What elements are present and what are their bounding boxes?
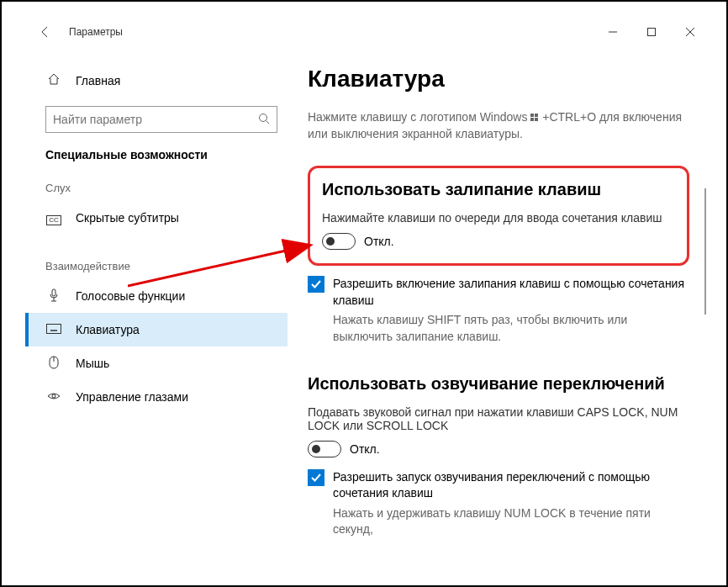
svg-rect-7 [47,325,61,334]
group-hearing: Слух [45,182,288,194]
sticky-keys-toggle-row: Откл. [322,233,675,250]
home-label: Главная [76,74,120,87]
toggle-keys-subtitle: Подавать звуковой сигнал при нажатии кла… [308,405,689,432]
osk-description: Нажмите клавишу с логотипом Windows +CTR… [308,109,689,142]
main-panel: Клавиатура Нажмите клавишу с логотипом W… [288,45,710,585]
sticky-shortcut-row: Разрешить включение залипания клавиш с п… [308,276,689,309]
window-title: Параметры [69,26,123,38]
sticky-keys-toggle-state: Откл. [364,235,394,248]
sidebar-item-eye-control[interactable]: Управление глазами [25,380,288,414]
toggle-keys-toggle-state: Откл. [350,442,380,456]
content-area: Главная Специальные возможности Слух CC … [25,45,710,585]
toggle-keys-section: Использовать озвучивание переключений По… [308,374,689,538]
svg-point-16 [52,394,55,398]
sticky-shortcut-label: Разрешить включение залипания клавиш с п… [333,276,689,309]
sidebar-item-keyboard[interactable]: Клавиатура [25,313,288,346]
cc-icon: CC [45,211,62,225]
eye-icon [45,390,62,404]
toggle-keys-shortcut-label: Разрешить запуск озвучивания переключени… [333,469,689,502]
mouse-icon [45,356,62,372]
back-button[interactable] [35,22,55,42]
page-title: Клавиатура [308,66,689,93]
toggle-keys-shortcut-checkbox[interactable] [308,469,324,486]
toggle-keys-shortcut-hint: Нажать и удерживать клавишу NUM LOCK в т… [333,505,689,538]
sidebar-item-label: Скрытые субтитры [76,211,179,225]
search-input[interactable] [53,113,258,126]
home-icon [45,72,62,89]
search-icon [258,113,270,127]
home-nav[interactable]: Главная [45,66,288,96]
sticky-keys-highlight: Использовать залипание клавиш Нажимайте … [308,166,689,266]
sidebar-item-label: Голосовые функции [76,289,185,303]
microphone-icon [45,288,62,304]
sidebar-item-label: Мышь [76,357,109,370]
window-controls [593,19,710,45]
toggle-keys-toggle-row: Откл. [308,441,689,457]
keyboard-icon [45,323,62,336]
svg-line-5 [266,120,270,124]
close-button[interactable] [671,19,710,45]
windows-logo-icon [530,114,539,122]
sidebar-item-speech[interactable]: Голосовые функции [25,279,288,313]
group-interaction: Взаимодействие [45,260,288,272]
svg-rect-1 [648,29,656,36]
sticky-shortcut-hint: Нажать клавишу SHIFT пять раз, чтобы вкл… [333,312,689,345]
toggle-keys-toggle[interactable] [308,441,341,457]
search-box[interactable] [45,106,277,133]
sidebar: Главная Специальные возможности Слух CC … [25,45,288,585]
toggle-keys-shortcut-row: Разрешить запуск озвучивания переключени… [308,469,689,502]
sidebar-item-label: Управление глазами [76,390,188,404]
sticky-keys-subtitle: Нажимайте клавиши по очереди для ввода с… [322,211,675,225]
sidebar-item-mouse[interactable]: Мышь [25,346,288,380]
sticky-keys-toggle[interactable] [322,233,356,250]
svg-point-4 [260,114,267,121]
sidebar-item-closed-captions[interactable]: CC Скрытые субтитры [25,201,288,235]
sticky-keys-title: Использовать залипание клавиш [322,180,675,199]
scrollbar[interactable] [704,188,706,315]
sidebar-item-label: Клавиатура [76,323,140,336]
sticky-shortcut-checkbox[interactable] [308,276,324,293]
maximize-button[interactable] [632,19,671,45]
settings-window: Параметры Главная [25,19,710,585]
category-title: Специальные возможности [45,148,288,161]
toggle-keys-title: Использовать озвучивание переключений [308,374,689,394]
svg-rect-6 [52,289,55,296]
titlebar: Параметры [25,19,710,45]
minimize-button[interactable] [593,19,632,45]
